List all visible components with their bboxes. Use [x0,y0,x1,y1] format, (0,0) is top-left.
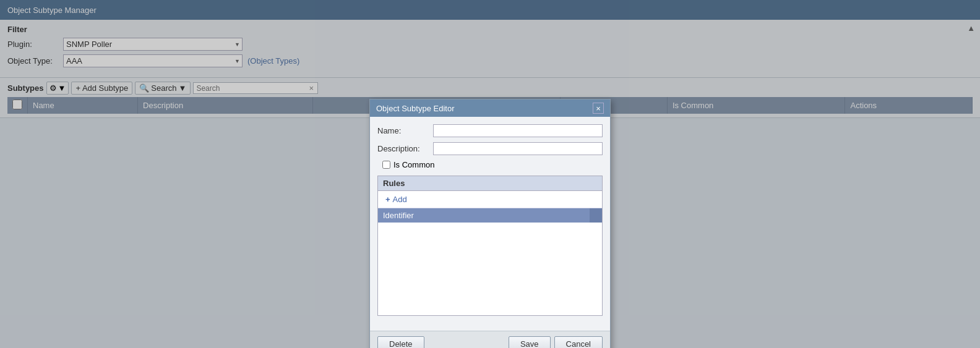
add-rule-button[interactable]: + Add [383,193,410,205]
name-row: Name: [377,124,603,137]
is-common-label: Is Common [393,160,434,169]
object-subtype-editor-modal: Object Subtype Editor × Name: Descriptio… [369,99,611,303]
identifier-expand-cell [590,208,602,223]
modal-titlebar: Object Subtype Editor × [370,100,610,117]
rules-table-body: Identifier [378,208,602,223]
name-label: Name: [377,126,433,135]
modal-close-button[interactable]: × [593,103,604,114]
rules-toolbar: + Add [378,191,602,208]
rules-header: Rules [378,176,602,191]
add-rule-plus-icon: + [385,195,390,204]
modal-overlay: Object Subtype Editor × Name: Descriptio… [0,0,980,303]
is-common-checkbox[interactable] [382,161,390,169]
is-common-row: Is Common [377,160,603,169]
add-rule-label: Add [393,195,407,204]
rules-section: Rules + Add Identifier [377,176,603,303]
rules-table: Identifier [378,208,602,223]
name-input[interactable] [433,124,603,137]
description-label: Description: [377,144,433,153]
identifier-label: Identifier [378,208,590,223]
modal-title: Object Subtype Editor [376,104,454,113]
description-input[interactable] [433,142,603,155]
modal-body: Name: Description: Is Common Rules + Add [370,117,610,303]
description-row: Description: [377,142,603,155]
close-icon: × [596,104,601,112]
identifier-row[interactable]: Identifier [378,208,602,223]
rules-empty-area [378,223,602,303]
